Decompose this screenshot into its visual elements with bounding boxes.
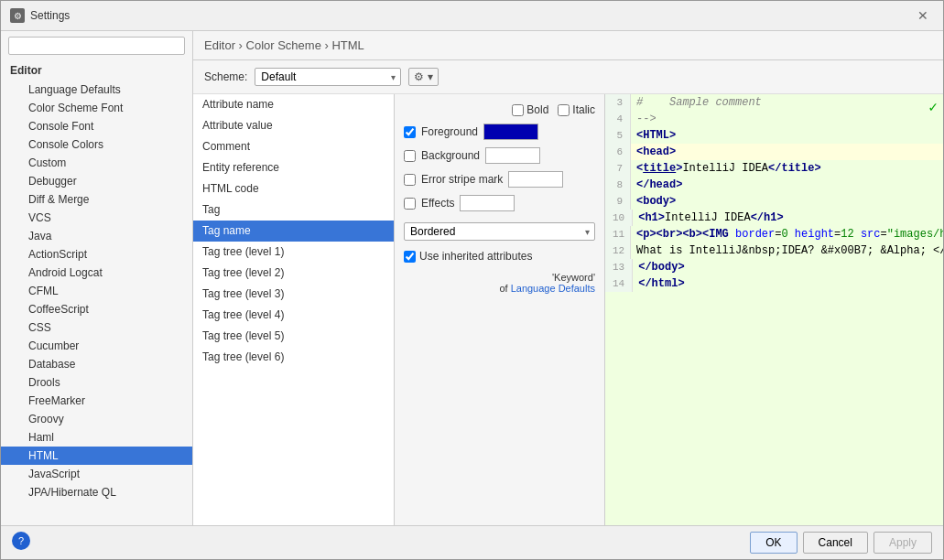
code-line-6: 6 <head>	[605, 144, 943, 160]
code-line-10: 10 <h1>IntelliJ IDEA</h1>	[605, 210, 943, 226]
sidebar-item-color-scheme-font[interactable]: Color Scheme Font	[1, 99, 192, 117]
token-tag-tree-4[interactable]: Tag tree (level 4)	[193, 305, 394, 326]
sidebar-item-console-font[interactable]: Console Font	[1, 117, 192, 135]
effects-type-wrapper[interactable]: Bordered Underscored Bold underscored Do…	[404, 222, 595, 241]
error-stripe-checkbox[interactable]	[404, 174, 416, 186]
background-color-swatch[interactable]	[485, 147, 540, 164]
code-line-4: 4 -->	[605, 111, 943, 127]
foreground-row: Foreground	[404, 124, 595, 140]
background-checkbox[interactable]	[404, 150, 416, 162]
title-bar: ⚙ Settings ✕	[1, 1, 943, 31]
close-button[interactable]: ✕	[912, 6, 934, 25]
sidebar-item-diff-merge[interactable]: Diff & Merge	[1, 190, 192, 209]
code-line-12: 12 What is IntelliJ&nbsp;IDEA? &#x00B7; …	[605, 242, 943, 259]
error-stripe-color-swatch[interactable]	[508, 171, 563, 188]
sidebar: Editor Language Defaults Color Scheme Fo…	[1, 31, 193, 525]
sidebar-item-vcs[interactable]: VCS	[1, 209, 192, 227]
sidebar-item-cfml[interactable]: CFML	[1, 282, 192, 300]
properties-panel: Bold Italic Foreground	[395, 94, 605, 525]
foreground-label: Foreground	[421, 125, 478, 138]
sidebar-item-language-defaults[interactable]: Language Defaults	[1, 81, 192, 99]
sidebar-item-database[interactable]: Database	[1, 355, 192, 373]
token-tag-tree-3[interactable]: Tag tree (level 3)	[193, 284, 394, 305]
cancel-button[interactable]: Cancel	[803, 532, 868, 554]
use-inherited-checkbox[interactable]	[404, 251, 416, 263]
sidebar-item-haml[interactable]: Haml	[1, 428, 192, 447]
effects-label: Effects	[421, 197, 454, 210]
window-title: Settings	[30, 9, 70, 22]
background-row: Background	[404, 147, 595, 164]
keyword-ref: 'Keyword' of Language Defaults	[404, 272, 595, 294]
code-line-8: 8 </head>	[605, 177, 943, 193]
token-tag-name[interactable]: Tag name	[193, 221, 394, 242]
bold-label[interactable]: Bold	[512, 103, 548, 116]
right-header: Editor › Color Scheme › HTML	[193, 31, 943, 60]
search-box[interactable]	[8, 37, 185, 55]
title-bar-left: ⚙ Settings	[10, 8, 70, 23]
sidebar-item-javascript[interactable]: JavaScript	[1, 465, 192, 483]
code-preview: ✓ 3 # Sample comment 4 --> 5 <HTML>	[605, 94, 943, 525]
main-content: Editor Language Defaults Color Scheme Fo…	[1, 31, 943, 525]
sidebar-item-java[interactable]: Java	[1, 227, 192, 245]
check-mark-icon: ✓	[928, 98, 938, 116]
code-line-5: 5 <HTML>	[605, 127, 943, 144]
settings-window: ⚙ Settings ✕ Editor Language Defaults Co…	[0, 0, 944, 560]
sidebar-item-console-colors[interactable]: Console Colors	[1, 135, 192, 154]
editor-area: Attribute name Attribute value Comment E…	[193, 94, 943, 525]
apply-button[interactable]: Apply	[873, 532, 932, 554]
scheme-dropdown[interactable]: Default Darcula High contrast Monokai	[255, 68, 401, 86]
sidebar-item-groovy[interactable]: Groovy	[1, 410, 192, 428]
token-tag-tree-6[interactable]: Tag tree (level 6)	[193, 347, 394, 368]
code-line-11: 11 <p><br><b><IMG border=0 height=12 src…	[605, 226, 943, 242]
token-tag-tree-5[interactable]: Tag tree (level 5)	[193, 326, 394, 347]
sidebar-editor-header: Editor	[1, 60, 192, 81]
sidebar-item-freemarker[interactable]: FreeMarker	[1, 392, 192, 410]
code-line-7: 7 <title>IntelliJ IDEA</title>	[605, 160, 943, 177]
language-defaults-link[interactable]: Language Defaults	[511, 283, 595, 294]
token-tag[interactable]: Tag	[193, 199, 394, 221]
sidebar-item-android-logcat[interactable]: Android Logcat	[1, 264, 192, 282]
sidebar-item-jpa-hibernate[interactable]: JPA/Hibernate QL	[1, 483, 192, 501]
ok-button[interactable]: OK	[750, 532, 797, 554]
code-line-9: 9 <body>	[605, 193, 943, 210]
code-line-3: 3 # Sample comment	[605, 94, 943, 111]
use-inherited-label: Use inherited attributes	[419, 250, 532, 263]
bold-checkbox[interactable]	[512, 104, 524, 116]
background-label: Background	[421, 149, 480, 162]
settings-icon: ⚙	[10, 8, 25, 23]
effects-type-dropdown[interactable]: Bordered Underscored Bold underscored Do…	[404, 222, 595, 241]
sidebar-item-custom[interactable]: Custom	[1, 154, 192, 172]
sidebar-item-coffeescript[interactable]: CoffeeScript	[1, 300, 192, 318]
scheme-label: Scheme:	[204, 70, 247, 83]
sidebar-item-debugger[interactable]: Debugger	[1, 172, 192, 190]
token-attribute-name[interactable]: Attribute name	[193, 94, 394, 115]
effects-checkbox[interactable]	[404, 198, 416, 210]
foreground-color-swatch[interactable]	[483, 124, 538, 140]
search-input[interactable]	[13, 39, 180, 52]
breadcrumb: Editor › Color Scheme › HTML	[204, 38, 364, 52]
sidebar-item-css[interactable]: CSS	[1, 318, 192, 337]
italic-checkbox[interactable]	[558, 104, 570, 116]
right-panel: Editor › Color Scheme › HTML Scheme: Def…	[193, 31, 943, 525]
sidebar-item-cucumber[interactable]: Cucumber	[1, 337, 192, 355]
token-comment[interactable]: Comment	[193, 136, 394, 157]
help-button[interactable]: ?	[12, 532, 30, 550]
sidebar-item-actionscript[interactable]: ActionScript	[1, 245, 192, 264]
error-stripe-row: Error stripe mark	[404, 171, 595, 188]
scheme-gear-button[interactable]: ⚙ ▾	[408, 68, 438, 86]
code-line-13: 13 </body>	[605, 259, 943, 275]
scheme-select-wrapper[interactable]: Default Darcula High contrast Monokai	[255, 68, 401, 86]
sidebar-item-drools[interactable]: Drools	[1, 373, 192, 392]
effects-color-swatch[interactable]	[460, 195, 515, 211]
token-attribute-value[interactable]: Attribute value	[193, 115, 394, 136]
sidebar-item-html[interactable]: HTML	[1, 447, 192, 465]
token-list: Attribute name Attribute value Comment E…	[193, 94, 395, 525]
token-html-code[interactable]: HTML code	[193, 178, 394, 199]
italic-label[interactable]: Italic	[558, 103, 595, 116]
foreground-checkbox[interactable]	[404, 126, 416, 138]
token-entity-reference[interactable]: Entity reference	[193, 157, 394, 178]
token-tag-tree-1[interactable]: Tag tree (level 1)	[193, 242, 394, 263]
scheme-row: Scheme: Default Darcula High contrast Mo…	[193, 60, 943, 94]
bold-italic-row: Bold Italic	[404, 103, 595, 116]
token-tag-tree-2[interactable]: Tag tree (level 2)	[193, 263, 394, 284]
